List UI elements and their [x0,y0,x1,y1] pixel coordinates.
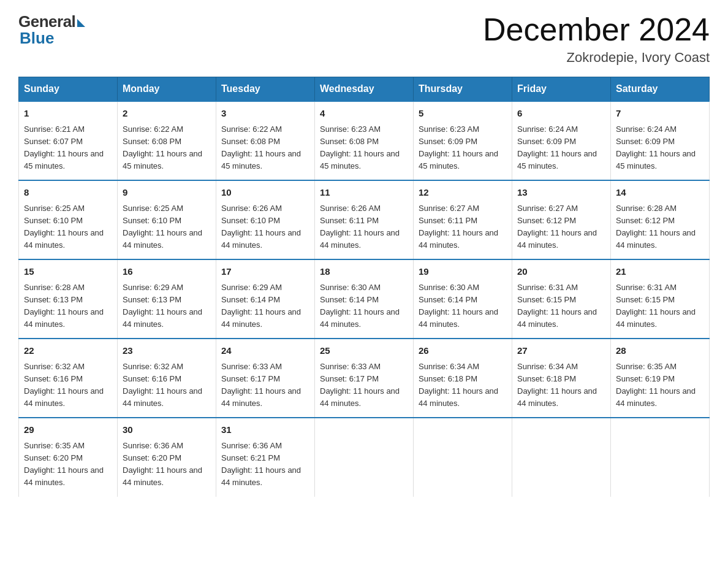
calendar-day-cell: 3Sunrise: 6:22 AMSunset: 6:08 PMDaylight… [216,101,315,180]
logo: General Blue [18,12,85,48]
day-number: 12 [419,186,507,200]
calendar-header-tuesday: Tuesday [216,77,315,102]
day-number: 26 [419,344,507,358]
calendar-day-cell: 12Sunrise: 6:27 AMSunset: 6:11 PMDayligh… [414,180,512,259]
day-info: Sunrise: 6:25 AMSunset: 6:10 PMDaylight:… [123,204,202,250]
day-info: Sunrise: 6:30 AMSunset: 6:14 PMDaylight:… [419,283,498,329]
calendar-day-cell [512,418,611,496]
calendar-day-cell [611,418,710,496]
day-number: 13 [517,186,605,200]
calendar-day-cell: 11Sunrise: 6:26 AMSunset: 6:11 PMDayligh… [315,180,414,259]
day-number: 19 [419,265,507,279]
day-number: 14 [616,186,704,200]
logo-blue-text: Blue [20,29,54,48]
day-number: 1 [24,107,112,121]
page-header: General Blue December 2024 Zokrodepie, I… [18,12,710,66]
location: Zokrodepie, Ivory Coast [483,50,710,66]
calendar-day-cell: 6Sunrise: 6:24 AMSunset: 6:09 PMDaylight… [512,101,611,180]
day-info: Sunrise: 6:24 AMSunset: 6:09 PMDaylight:… [517,124,597,170]
day-info: Sunrise: 6:32 AMSunset: 6:16 PMDaylight:… [24,362,104,408]
day-info: Sunrise: 6:34 AMSunset: 6:18 PMDaylight:… [517,362,597,408]
day-number: 25 [320,344,408,358]
calendar-day-cell: 9Sunrise: 6:25 AMSunset: 6:10 PMDaylight… [118,180,216,259]
calendar-day-cell: 18Sunrise: 6:30 AMSunset: 6:14 PMDayligh… [315,259,414,339]
day-info: Sunrise: 6:33 AMSunset: 6:17 PMDaylight:… [221,362,301,408]
calendar-week-row: 22Sunrise: 6:32 AMSunset: 6:16 PMDayligh… [19,339,710,418]
calendar-day-cell: 25Sunrise: 6:33 AMSunset: 6:17 PMDayligh… [315,339,414,418]
day-number: 15 [24,265,112,279]
calendar-table: SundayMondayTuesdayWednesdayThursdayFrid… [18,77,710,496]
day-number: 8 [24,186,112,200]
calendar-day-cell [414,418,512,496]
day-number: 17 [221,265,309,279]
day-number: 9 [123,186,211,200]
calendar-day-cell: 13Sunrise: 6:27 AMSunset: 6:12 PMDayligh… [512,180,611,259]
calendar-day-cell: 24Sunrise: 6:33 AMSunset: 6:17 PMDayligh… [216,339,315,418]
day-info: Sunrise: 6:31 AMSunset: 6:15 PMDaylight:… [517,283,597,329]
calendar-week-row: 15Sunrise: 6:28 AMSunset: 6:13 PMDayligh… [19,259,710,339]
day-number: 24 [221,344,309,358]
calendar-day-cell: 23Sunrise: 6:32 AMSunset: 6:16 PMDayligh… [118,339,216,418]
calendar-week-row: 29Sunrise: 6:35 AMSunset: 6:20 PMDayligh… [19,418,710,496]
month-title: December 2024 [483,12,710,47]
calendar-day-cell: 17Sunrise: 6:29 AMSunset: 6:14 PMDayligh… [216,259,315,339]
day-info: Sunrise: 6:33 AMSunset: 6:17 PMDaylight:… [320,362,400,408]
calendar-day-cell: 26Sunrise: 6:34 AMSunset: 6:18 PMDayligh… [414,339,512,418]
day-number: 20 [517,265,605,279]
day-number: 10 [221,186,309,200]
calendar-header-friday: Friday [512,77,611,102]
day-number: 27 [517,344,605,358]
day-info: Sunrise: 6:27 AMSunset: 6:12 PMDaylight:… [517,204,597,250]
calendar-day-cell: 30Sunrise: 6:36 AMSunset: 6:20 PMDayligh… [118,418,216,496]
day-info: Sunrise: 6:25 AMSunset: 6:10 PMDaylight:… [24,204,104,250]
calendar-day-cell [315,418,414,496]
calendar-header-wednesday: Wednesday [315,77,414,102]
day-info: Sunrise: 6:22 AMSunset: 6:08 PMDaylight:… [221,124,301,170]
day-number: 3 [221,107,309,121]
calendar-header-monday: Monday [118,77,216,102]
day-info: Sunrise: 6:29 AMSunset: 6:13 PMDaylight:… [123,283,202,329]
calendar-day-cell: 4Sunrise: 6:23 AMSunset: 6:08 PMDaylight… [315,101,414,180]
day-number: 30 [123,423,211,437]
day-info: Sunrise: 6:34 AMSunset: 6:18 PMDaylight:… [419,362,498,408]
calendar-day-cell: 1Sunrise: 6:21 AMSunset: 6:07 PMDaylight… [19,101,118,180]
title-block: December 2024 Zokrodepie, Ivory Coast [483,12,710,66]
day-info: Sunrise: 6:31 AMSunset: 6:15 PMDaylight:… [616,283,696,329]
day-info: Sunrise: 6:22 AMSunset: 6:08 PMDaylight:… [123,124,202,170]
calendar-day-cell: 15Sunrise: 6:28 AMSunset: 6:13 PMDayligh… [19,259,118,339]
day-info: Sunrise: 6:24 AMSunset: 6:09 PMDaylight:… [616,124,696,170]
day-number: 11 [320,186,408,200]
calendar-day-cell: 2Sunrise: 6:22 AMSunset: 6:08 PMDaylight… [118,101,216,180]
day-info: Sunrise: 6:28 AMSunset: 6:13 PMDaylight:… [24,283,104,329]
calendar-day-cell: 14Sunrise: 6:28 AMSunset: 6:12 PMDayligh… [611,180,710,259]
calendar-day-cell: 22Sunrise: 6:32 AMSunset: 6:16 PMDayligh… [19,339,118,418]
day-info: Sunrise: 6:32 AMSunset: 6:16 PMDaylight:… [123,362,202,408]
day-info: Sunrise: 6:27 AMSunset: 6:11 PMDaylight:… [419,204,498,250]
calendar-day-cell: 27Sunrise: 6:34 AMSunset: 6:18 PMDayligh… [512,339,611,418]
day-number: 28 [616,344,704,358]
day-number: 21 [616,265,704,279]
day-info: Sunrise: 6:36 AMSunset: 6:20 PMDaylight:… [123,441,202,487]
day-info: Sunrise: 6:26 AMSunset: 6:11 PMDaylight:… [320,204,400,250]
day-info: Sunrise: 6:35 AMSunset: 6:20 PMDaylight:… [24,441,104,487]
day-info: Sunrise: 6:23 AMSunset: 6:09 PMDaylight:… [419,124,498,170]
day-number: 18 [320,265,408,279]
calendar-day-cell: 5Sunrise: 6:23 AMSunset: 6:09 PMDaylight… [414,101,512,180]
calendar-day-cell: 29Sunrise: 6:35 AMSunset: 6:20 PMDayligh… [19,418,118,496]
day-number: 16 [123,265,211,279]
day-number: 4 [320,107,408,121]
calendar-day-cell: 31Sunrise: 6:36 AMSunset: 6:21 PMDayligh… [216,418,315,496]
calendar-day-cell: 16Sunrise: 6:29 AMSunset: 6:13 PMDayligh… [118,259,216,339]
calendar-day-cell: 19Sunrise: 6:30 AMSunset: 6:14 PMDayligh… [414,259,512,339]
logo-arrow-icon [77,19,85,27]
day-number: 31 [221,423,309,437]
day-number: 2 [123,107,211,121]
day-info: Sunrise: 6:36 AMSunset: 6:21 PMDaylight:… [221,441,301,487]
calendar-day-cell: 7Sunrise: 6:24 AMSunset: 6:09 PMDaylight… [611,101,710,180]
day-info: Sunrise: 6:28 AMSunset: 6:12 PMDaylight:… [616,204,696,250]
calendar-header-saturday: Saturday [611,77,710,102]
day-number: 5 [419,107,507,121]
calendar-day-cell: 21Sunrise: 6:31 AMSunset: 6:15 PMDayligh… [611,259,710,339]
day-number: 6 [517,107,605,121]
day-number: 23 [123,344,211,358]
